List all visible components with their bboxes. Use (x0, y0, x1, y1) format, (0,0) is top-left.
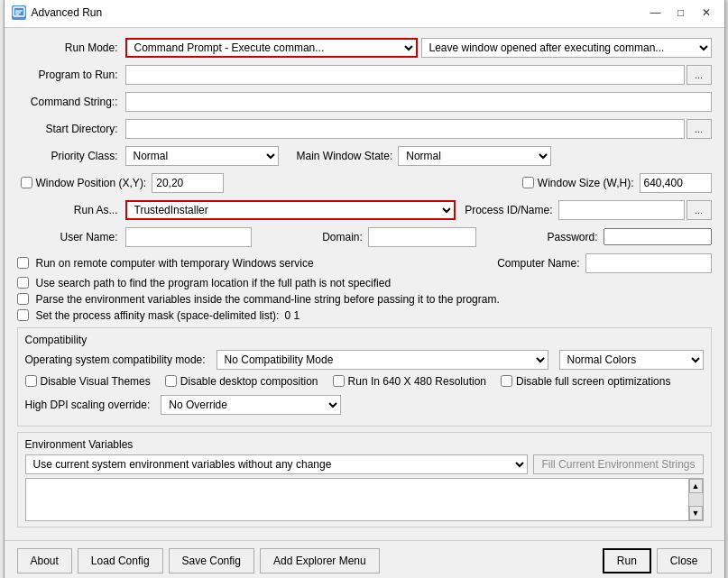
process-id-input[interactable] (558, 200, 685, 220)
run-mode-select2[interactable]: Leave window opened after executing comm… (421, 38, 712, 58)
start-directory-label: Start Directory: (17, 123, 125, 135)
disable-desktop-comp-item: Disable desktop composition (165, 375, 318, 388)
window-size-input[interactable] (640, 173, 712, 193)
parse-env-label: Parse the environment variables inside t… (36, 293, 500, 306)
disable-fullscreen-checkbox[interactable] (501, 375, 512, 387)
priority-window-row: Priority Class: Normal Main Window State… (17, 145, 712, 167)
search-path-checkbox[interactable] (17, 277, 29, 289)
command-string-label: Command String:: (17, 96, 125, 108)
about-button[interactable]: About (17, 548, 72, 573)
window-position-label: Window Position (X,Y): (36, 177, 147, 189)
parse-env-checkbox[interactable] (17, 293, 29, 305)
user-name-label: User Name: (17, 231, 125, 243)
run-button[interactable]: Run (603, 548, 651, 573)
scroll-up-button[interactable]: ▲ (689, 479, 703, 493)
affinity-label: Set the process affinity mask (space-del… (36, 309, 280, 322)
user-domain-password-row: User Name: Domain: Password: (17, 226, 712, 248)
program-to-run-row: Program to Run: ... (17, 64, 712, 86)
priority-class-select[interactable]: Normal (125, 146, 279, 166)
env-select[interactable]: Use current system environment variables… (25, 454, 529, 474)
process-id-label: Process ID/Name: (465, 204, 552, 216)
compatibility-section-label: Compatibility (25, 334, 704, 346)
high-dpi-row: High DPI scaling override: No Override (25, 395, 704, 415)
remote-computer-label: Run on remote computer with temporary Wi… (36, 257, 314, 270)
footer: About Load Config Save Config Add Explor… (5, 540, 724, 579)
search-path-row: Use search path to find the program loca… (17, 277, 712, 289)
remote-computer-row: Run on remote computer with temporary Wi… (17, 253, 712, 273)
run-mode-label: Run Mode: (17, 41, 125, 54)
high-dpi-label: High DPI scaling override: (25, 399, 151, 411)
program-to-run-label: Program to Run: (17, 69, 125, 81)
minimize-button[interactable]: — (645, 4, 667, 22)
compat-checkboxes: Disable Visual Themes Disable desktop co… (25, 375, 704, 391)
scrollbar-vertical[interactable]: ▲ ▼ (688, 479, 703, 520)
password-input[interactable] (604, 228, 712, 245)
disable-desktop-comp-checkbox[interactable] (165, 375, 177, 387)
window-title: Advanced Run (32, 6, 645, 19)
load-config-button[interactable]: Load Config (78, 548, 163, 573)
environment-section-label: Environment Variables (25, 438, 704, 451)
run-as-select[interactable]: TrustedInstaller (125, 200, 456, 220)
environment-section: Environment Variables Use current system… (17, 432, 712, 528)
env-row: Use current system environment variables… (25, 454, 704, 474)
run-640-480-item: Run In 640 X 480 Resolution (333, 375, 486, 388)
env-textarea-area: ▲ ▼ (25, 478, 704, 521)
app-icon (12, 5, 26, 20)
fill-env-button[interactable]: Fill Current Environment Strings (533, 454, 703, 474)
start-directory-row: Start Directory: ... (17, 118, 712, 140)
form-content: Run Mode: Command Prompt - Execute comma… (5, 28, 724, 540)
window-size-label: Window Size (W,H): (538, 177, 634, 189)
close-window-button[interactable]: ✕ (696, 4, 717, 22)
start-dir-browse-button[interactable]: ... (687, 119, 712, 139)
compatibility-section: Compatibility Operating system compatibi… (17, 327, 712, 427)
os-compat-label: Operating system compatibility mode: (25, 353, 206, 366)
run-640-480-checkbox[interactable] (333, 375, 345, 387)
priority-class-label: Priority Class: (17, 150, 125, 162)
affinity-checkbox[interactable] (17, 309, 29, 321)
maximize-button[interactable]: □ (670, 4, 692, 22)
parse-env-row: Parse the environment variables inside t… (17, 293, 712, 306)
start-directory-input[interactable] (125, 119, 685, 139)
program-to-run-input[interactable] (125, 65, 685, 85)
program-browse-button[interactable]: ... (687, 65, 712, 85)
os-compat-select[interactable]: No Compatibility Mode (217, 350, 548, 370)
scroll-down-button[interactable]: ▼ (689, 506, 703, 520)
colors-select[interactable]: Normal Colors (559, 350, 704, 370)
disable-visual-themes-label: Disable Visual Themes (41, 375, 151, 388)
user-name-input[interactable] (125, 227, 252, 247)
search-path-label: Use search path to find the program loca… (36, 277, 392, 289)
command-string-input[interactable] (125, 92, 712, 112)
window-position-input[interactable] (152, 173, 224, 193)
add-explorer-menu-button[interactable]: Add Explorer Menu (260, 548, 380, 573)
remote-computer-checkbox[interactable] (17, 257, 29, 269)
command-string-row: Command String:: (17, 91, 712, 113)
disable-visual-themes-checkbox[interactable] (25, 375, 37, 387)
password-label: Password: (547, 231, 597, 243)
domain-input[interactable] (368, 227, 476, 247)
disable-visual-themes-item: Disable Visual Themes (25, 375, 151, 388)
run-mode-select[interactable]: Command Prompt - Execute comman... (125, 38, 418, 58)
os-compat-row: Operating system compatibility mode: No … (25, 350, 704, 370)
computer-name-label: Computer Name: (497, 257, 579, 270)
main-window-state-select[interactable]: Normal (398, 146, 551, 166)
scroll-track (689, 493, 703, 506)
process-id-browse-button[interactable]: ... (687, 200, 712, 220)
main-window: Advanced Run — □ ✕ Run Mode: Command Pro… (4, 0, 725, 578)
affinity-row: Set the process affinity mask (space-del… (17, 309, 712, 322)
window-size-checkbox[interactable] (522, 177, 534, 188)
affinity-value: 0 1 (284, 309, 299, 322)
run-mode-group: Command Prompt - Execute comman... Leave… (125, 38, 712, 58)
titlebar: Advanced Run — □ ✕ (5, 0, 724, 28)
run-mode-row: Run Mode: Command Prompt - Execute comma… (17, 37, 712, 59)
disable-fullscreen-label: Disable full screen optimizations (516, 375, 670, 388)
disable-desktop-comp-label: Disable desktop composition (180, 375, 318, 388)
run-as-row: Run As... TrustedInstaller Process ID/Na… (17, 199, 712, 221)
close-button[interactable]: Close (657, 548, 712, 573)
run-640-480-label: Run In 640 X 480 Resolution (348, 375, 486, 388)
window-position-checkbox[interactable] (21, 177, 32, 188)
save-config-button[interactable]: Save Config (169, 548, 254, 573)
run-as-label: Run As... (17, 204, 125, 216)
high-dpi-select[interactable]: No Override (161, 395, 341, 415)
computer-name-input[interactable] (585, 253, 712, 273)
window-controls: — □ ✕ (645, 4, 717, 22)
